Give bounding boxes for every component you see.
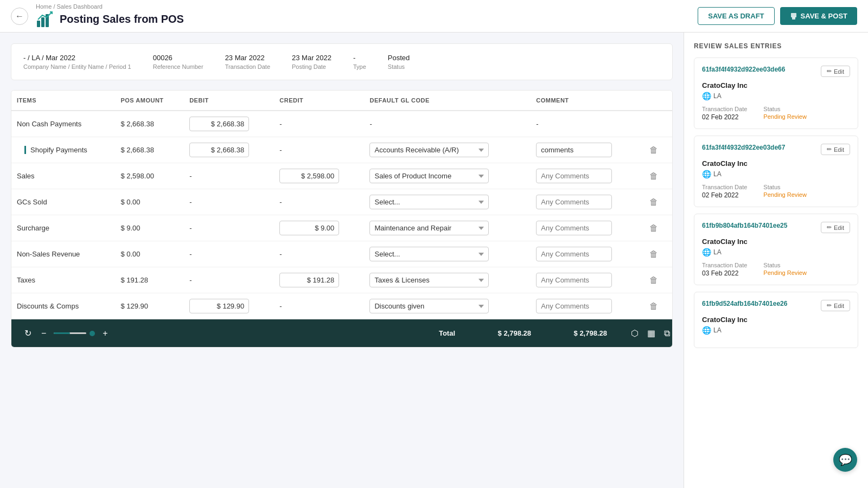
review-card-2: 61fb9b804afb164b7401ee25 ✏ Edit CratoCla… — [694, 214, 858, 285]
review-meta-2: Transaction Date 03 Feb 2022 Status Pend… — [702, 262, 850, 277]
breadcrumb-home[interactable]: Home — [36, 3, 52, 10]
save-post-button[interactable]: SAVE & POST — [780, 7, 857, 25]
save-draft-button[interactable]: SAVE AS DRAFT — [698, 7, 774, 25]
gl-select-non-sales[interactable]: Select... — [369, 247, 489, 261]
review-date-value-0: 02 Feb 2022 — [702, 113, 747, 121]
meta-status: Posted Status — [388, 54, 410, 70]
row-debit-shopify — [184, 137, 274, 163]
back-button[interactable]: ← — [11, 8, 28, 25]
edit-label-2: Edit — [834, 224, 844, 231]
comment-input-discounts[interactable] — [536, 299, 612, 313]
edit-label-1: Edit — [834, 146, 844, 153]
row-gl-sales: Sales of Product Income — [364, 163, 531, 189]
zoom-in-button[interactable]: + — [100, 326, 110, 341]
edit-button-2[interactable]: ✏ Edit — [821, 222, 850, 233]
row-pos-surcharge: $ 9.00 — [115, 215, 184, 241]
debit-input-non-cash[interactable] — [189, 117, 249, 131]
gl-select-taxes[interactable]: Taxes & Licenses — [369, 273, 489, 287]
debit-input-shopify[interactable] — [189, 143, 249, 157]
meta-type: - Type — [353, 54, 366, 70]
globe-icon-3: 🌐 — [702, 326, 711, 335]
review-status-label-0: Status — [763, 106, 807, 112]
credit-input-surcharge[interactable] — [279, 221, 339, 235]
col-items: ITEMS — [11, 91, 115, 111]
comment-input-gcs-sold[interactable] — [536, 195, 612, 209]
delete-row-button-discounts[interactable]: 🗑 — [647, 299, 660, 313]
chat-fab[interactable]: 💬 — [833, 448, 857, 472]
gl-select-surcharge[interactable]: Maintenance and Repair — [369, 221, 489, 235]
footer-icons: ⬡ ▦ ⧉ — [629, 326, 661, 341]
company-name-3: CratoClay Inc — [702, 316, 850, 324]
row-name-shopify: Shopify Payments — [11, 137, 115, 163]
gl-select-gcs-sold[interactable]: Select... — [369, 195, 489, 209]
zoom-out-button[interactable]: − — [39, 326, 48, 341]
review-date-value-1: 02 Feb 2022 — [702, 191, 747, 199]
meta-trans-label: Transaction Date — [225, 63, 270, 70]
comment-input-non-sales[interactable] — [536, 247, 612, 261]
table-row: Sales$ 2,598.00-Sales of Product Income🗑 — [11, 163, 672, 189]
gl-select-discounts[interactable]: Discounts given — [369, 299, 489, 313]
footer-icon-1[interactable]: ⬡ — [629, 326, 641, 341]
footer-icon-3[interactable]: ⧉ — [662, 326, 672, 341]
review-cards-container: 61fa3f4f4932d922ee03de66 ✏ Edit CratoCla… — [694, 57, 858, 348]
delete-row-button-taxes[interactable]: 🗑 — [647, 273, 660, 287]
row-gl-discounts: Discounts given — [364, 293, 531, 319]
svg-rect-3 — [791, 13, 796, 17]
credit-input-sales[interactable] — [279, 169, 339, 183]
row-credit-surcharge — [274, 215, 364, 241]
row-credit-shopify: - — [274, 137, 364, 163]
delete-row-button-surcharge[interactable]: 🗑 — [647, 221, 660, 235]
gl-select-shopify[interactable]: Accounts Receivable (A/R) — [369, 143, 489, 157]
edit-button-0[interactable]: ✏ Edit — [821, 66, 850, 77]
col-gl: DEFAULT GL CODE — [364, 91, 531, 111]
comment-input-surcharge[interactable] — [536, 221, 612, 235]
credit-input-taxes[interactable] — [279, 273, 339, 287]
review-meta-date-0: Transaction Date 02 Feb 2022 — [702, 106, 747, 121]
footer-icon-2[interactable]: ▦ — [645, 326, 658, 341]
row-delete-cell-non-sales: 🗑 — [642, 241, 672, 267]
meta-status-value: Posted — [388, 54, 410, 62]
delete-row-button-gcs-sold[interactable]: 🗑 — [647, 195, 660, 209]
meta-ref-label: Reference Number — [153, 63, 203, 70]
delete-row-button-non-sales[interactable]: 🗑 — [647, 247, 660, 261]
company-location-2: 🌐 LA — [702, 248, 850, 256]
row-credit-sales — [274, 163, 364, 189]
review-status-label-2: Status — [763, 262, 807, 268]
row-comment-gcs-sold — [531, 189, 642, 215]
meta-period-label: Company Name / Entity Name / Period 1 — [23, 63, 131, 70]
save-post-label: SAVE & POST — [801, 12, 847, 20]
review-card-0: 61fa3f4f4932d922ee03de66 ✏ Edit CratoCla… — [694, 57, 858, 129]
globe-icon-2: 🌐 — [702, 248, 711, 256]
edit-icon-3: ✏ — [827, 302, 832, 309]
sales-icon — [36, 10, 55, 29]
edit-button-3[interactable]: ✏ Edit — [821, 300, 850, 311]
edit-button-1[interactable]: ✏ Edit — [821, 144, 850, 155]
delete-row-button-sales[interactable]: 🗑 — [647, 169, 660, 183]
col-pos: POS Amount — [115, 91, 184, 111]
company-location-0: 🌐 LA — [702, 92, 850, 100]
header-actions: SAVE AS DRAFT SAVE & POST — [698, 7, 857, 25]
refresh-button[interactable]: ↻ — [22, 326, 34, 341]
comment-input-sales[interactable] — [536, 169, 612, 183]
delete-row-button-shopify[interactable]: 🗑 — [647, 143, 660, 157]
comment-input-shopify[interactable] — [536, 143, 612, 157]
table-row: Taxes$ 191.28-Taxes & Licenses🗑 — [11, 267, 672, 293]
review-card-1: 61fa3f4f4932d922ee03de67 ✏ Edit CratoCla… — [694, 136, 858, 207]
save-icon — [790, 12, 797, 20]
comment-input-taxes[interactable] — [536, 273, 612, 287]
review-meta-status-1: Status Pending Review — [763, 184, 807, 199]
row-gl-non-sales: Select... — [364, 241, 531, 267]
row-debit-surcharge: - — [184, 215, 274, 241]
breadcrumb-page[interactable]: Sales Dashboard — [57, 3, 103, 10]
table-footer: ↻ − + Total $ 2,798.28 $ 2,798.28 — [11, 319, 672, 347]
zoom-dot — [90, 331, 95, 336]
gl-select-sales[interactable]: Sales of Product Income — [369, 169, 489, 183]
review-date-label-0: Transaction Date — [702, 106, 747, 112]
row-name-non-sales: Non-Sales Revenue — [11, 241, 115, 267]
meta-status-label: Status — [388, 63, 410, 70]
meta-trans: 23 Mar 2022 Transaction Date — [225, 54, 270, 70]
zoom-line-filled — [54, 332, 70, 334]
review-card-header-2: 61fb9b804afb164b7401ee25 ✏ Edit — [702, 222, 850, 233]
svg-rect-0 — [37, 21, 40, 27]
debit-input-discounts[interactable] — [189, 299, 249, 313]
